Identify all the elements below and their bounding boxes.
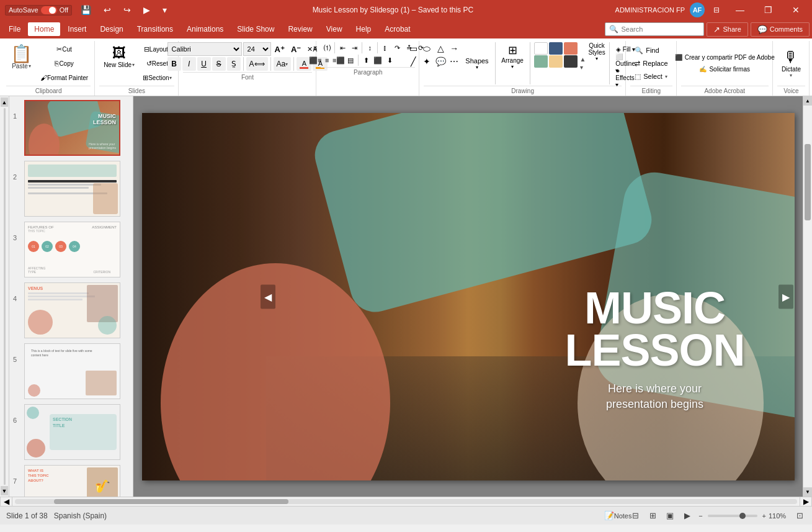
- create-pdf-button[interactable]: ⬛ Crear y compartir PDF de Adobe: [671, 52, 779, 63]
- slide-item-1[interactable]: 1 MUSIC LESSON Here is where yourpresent…: [12, 99, 130, 157]
- slide-prev-button[interactable]: ◀: [261, 284, 275, 309]
- menu-file[interactable]: File: [2, 22, 27, 36]
- slide-item-4[interactable]: 4 VENUS: [12, 281, 130, 340]
- menu-acrobat[interactable]: Acrobat: [378, 22, 416, 36]
- slide-thumb-1[interactable]: MUSIC LESSON Here is where yourpresentat…: [24, 100, 120, 156]
- slide-sorter-button[interactable]: ⊞: [646, 510, 659, 522]
- align-left-button[interactable]: ⬛≡: [310, 55, 321, 66]
- slide-text-area[interactable]: MUSIC LESSON Here is where yourpresentat…: [564, 287, 744, 413]
- qs-item-6[interactable]: [564, 55, 578, 68]
- normal-view-button[interactable]: ⊟: [629, 510, 641, 522]
- right-scrollbar[interactable]: ▲ ▼: [803, 96, 812, 497]
- slide-item-2[interactable]: 2: [12, 160, 130, 218]
- qs-item-1[interactable]: [534, 42, 548, 55]
- align-middle-button[interactable]: ⬛: [372, 55, 383, 66]
- slide-item-5[interactable]: 5 This is a block of text for slide five…: [12, 342, 130, 400]
- menu-help[interactable]: Help: [350, 22, 378, 36]
- zoom-slider[interactable]: [708, 515, 757, 517]
- align-top-button[interactable]: ⬆: [360, 55, 372, 66]
- search-input[interactable]: [621, 25, 683, 33]
- cut-button[interactable]: ✂ Cut: [38, 42, 91, 56]
- scroll-left-button[interactable]: ◀: [0, 497, 12, 507]
- comments-button[interactable]: 💬 Comments: [751, 22, 810, 37]
- paste-button[interactable]: 📋 Paste ▾: [6, 42, 37, 84]
- slide-thumb-3[interactable]: FEATURES OF THIS TOPIC ASSIGNMENT 01 02 …: [24, 222, 120, 277]
- menu-review[interactable]: Review: [282, 22, 318, 36]
- fit-window-button[interactable]: ⊡: [793, 510, 806, 522]
- slide-next-button[interactable]: ▶: [779, 284, 793, 309]
- autosave-badge[interactable]: AutoSave Off: [5, 5, 72, 16]
- scroll-thumb[interactable]: [805, 144, 811, 220]
- strikethrough-button[interactable]: S: [212, 57, 226, 71]
- scroll-right-button[interactable]: ▶: [800, 497, 812, 507]
- align-bottom-button[interactable]: ⬇: [384, 55, 395, 66]
- slide-item-7[interactable]: 7 WHAT ISTHIS TOPICABOUT? 🎷: [12, 464, 130, 497]
- qs-item-5[interactable]: [549, 55, 563, 68]
- shape-oval[interactable]: ⬭: [421, 42, 433, 55]
- slide-thumb-6[interactable]: SECTION TITLE: [24, 404, 120, 460]
- bold-button[interactable]: B: [167, 57, 181, 71]
- notes-button[interactable]: 📝 Notes: [612, 510, 624, 522]
- italic-button[interactable]: I: [182, 57, 196, 71]
- shape-line[interactable]: ╱: [407, 55, 419, 68]
- decrease-font-button[interactable]: A⁻: [288, 42, 303, 56]
- zoom-plus[interactable]: +: [762, 512, 766, 520]
- decrease-indent-button[interactable]: ⇤: [337, 42, 348, 53]
- align-right-button[interactable]: ≡⬛: [333, 55, 344, 66]
- bottom-scrollbar[interactable]: ◀ ▶: [0, 497, 812, 506]
- section-button[interactable]: ⊞ Section ▾: [140, 71, 174, 84]
- slide-item-6[interactable]: 6 SECTION TITLE: [12, 403, 130, 461]
- scroll-up-button[interactable]: ▲: [803, 96, 812, 106]
- save-button[interactable]: 💾: [77, 4, 95, 16]
- text-direction-button[interactable]: ↷: [391, 42, 403, 53]
- increase-indent-button[interactable]: ⇥: [349, 42, 360, 53]
- shadow-button[interactable]: S̤: [227, 57, 241, 71]
- search-box[interactable]: 🔍: [605, 22, 704, 36]
- restore-button[interactable]: ❐: [757, 2, 780, 17]
- autosave-toggle[interactable]: [41, 6, 57, 14]
- bullets-button[interactable]: ≡: [310, 42, 321, 53]
- zoom-minus[interactable]: −: [698, 512, 702, 520]
- scroll-down-button[interactable]: ▼: [803, 487, 812, 497]
- slide-thumb-7[interactable]: WHAT ISTHIS TOPICABOUT? 🎷: [24, 465, 120, 497]
- shape-rectangle[interactable]: ▭: [407, 42, 419, 55]
- paste-dropdown-icon[interactable]: ▾: [29, 63, 31, 69]
- find-button[interactable]: 🔍 Find: [630, 45, 672, 56]
- line-spacing-button[interactable]: ↕: [364, 42, 375, 53]
- new-slide-button[interactable]: 🖼 New Slide ▾: [99, 42, 139, 84]
- shape-more[interactable]: ⋯: [448, 55, 460, 68]
- ribbon-display-button[interactable]: ⊟: [710, 4, 723, 16]
- close-button[interactable]: ✕: [785, 2, 807, 17]
- shape-callout[interactable]: 💬: [434, 55, 447, 68]
- reading-view-button[interactable]: ▣: [664, 510, 676, 522]
- font-spacing-button[interactable]: A⟺: [246, 57, 268, 71]
- redo-button[interactable]: ↪: [120, 4, 135, 16]
- panel-scroll-down[interactable]: ▼: [1, 486, 9, 495]
- font-family-select[interactable]: Calibri: [167, 42, 242, 56]
- h-scrollbar-thumb[interactable]: [54, 499, 288, 504]
- qs-item-4[interactable]: [534, 55, 548, 68]
- font-size-select[interactable]: 24: [243, 42, 271, 56]
- undo-button[interactable]: ↩: [100, 4, 115, 16]
- shape-star[interactable]: ✦: [421, 55, 433, 68]
- menu-slideshow[interactable]: Slide Show: [231, 22, 280, 36]
- panel-scroll-up[interactable]: ▲: [1, 97, 9, 107]
- select-button[interactable]: ⬚ Select ▾: [630, 71, 672, 83]
- copy-button[interactable]: ⎘ Copy: [38, 56, 91, 70]
- columns-button[interactable]: ⫿: [380, 42, 391, 53]
- user-avatar[interactable]: AF: [690, 2, 705, 17]
- format-painter-button[interactable]: 🖌 Format Painter: [38, 71, 91, 84]
- slide-thumb-5[interactable]: This is a block of text for slide five w…: [24, 343, 120, 399]
- slideshow-button[interactable]: ▶: [681, 510, 694, 522]
- text-case-button[interactable]: Aa ▾: [274, 57, 292, 71]
- qs-item-3[interactable]: [564, 42, 578, 55]
- zoom-control[interactable]: − + 110%: [698, 512, 788, 520]
- zoom-slider-thumb[interactable]: [739, 513, 746, 519]
- present-button[interactable]: ▶: [140, 4, 154, 16]
- new-slide-dropdown-icon[interactable]: ▾: [132, 62, 135, 68]
- justify-button[interactable]: ▤: [345, 55, 356, 66]
- slide-canvas[interactable]: MUSIC LESSON Here is where yourpresentat…: [142, 113, 795, 480]
- dictate-button[interactable]: 🎙 Dictate ▾: [777, 45, 805, 81]
- shape-arrow[interactable]: →: [448, 42, 460, 55]
- underline-button[interactable]: U: [197, 57, 211, 71]
